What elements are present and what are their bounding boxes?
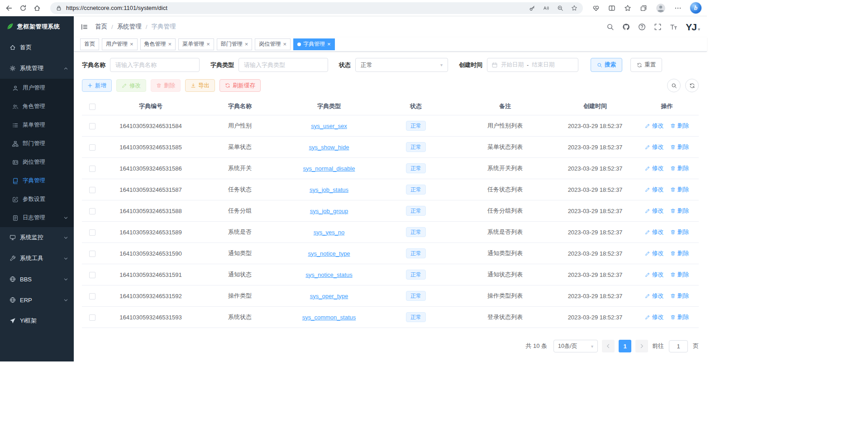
edit-button[interactable]: 修改 [116, 79, 146, 92]
sidebar-item-system[interactable]: 系统管理 [0, 58, 74, 79]
collections-icon[interactable] [640, 5, 647, 12]
refresh-cache-button[interactable]: 刷新缓存 [219, 79, 261, 92]
dict-type-input[interactable] [238, 58, 328, 72]
row-edit-button[interactable]: 修改 [645, 313, 664, 321]
user-logo[interactable]: YJ ▾ [686, 22, 700, 32]
page-number-button[interactable]: 1 [619, 340, 631, 352]
row-checkbox[interactable] [89, 293, 95, 299]
close-icon[interactable]: × [168, 41, 172, 47]
toggle-search-button[interactable] [667, 79, 681, 92]
copilot-icon[interactable]: b [690, 2, 701, 14]
tab-post[interactable]: 岗位管理× [255, 38, 291, 50]
address-bar[interactable]: https://ccnetcore.com:1101/system/dict [50, 2, 583, 14]
more-menu-icon[interactable] [674, 5, 682, 12]
sidebar-item-yiframe[interactable]: Yi框架 [0, 310, 74, 331]
row-edit-button[interactable]: 修改 [645, 185, 664, 194]
row-delete-button[interactable]: 删除 [670, 228, 689, 236]
profile-avatar[interactable] [656, 3, 666, 13]
close-icon[interactable]: × [283, 41, 286, 47]
select-all-checkbox[interactable] [89, 104, 95, 110]
reset-button[interactable]: 重置 [630, 58, 662, 72]
row-delete-button[interactable]: 删除 [670, 292, 689, 300]
favorites-bar-icon[interactable] [624, 5, 631, 12]
dict-type-link[interactable]: sys_user_sex [311, 123, 347, 129]
row-delete-button[interactable]: 删除 [670, 143, 689, 151]
next-page-button[interactable] [635, 340, 648, 352]
row-delete-button[interactable]: 删除 [670, 185, 689, 194]
row-checkbox[interactable] [89, 144, 95, 151]
tab-dict[interactable]: 字典管理× [293, 38, 335, 50]
tab-home[interactable]: 首页 [80, 38, 99, 50]
sidebar-item-dept[interactable]: 部门管理 [0, 134, 74, 153]
password-key-icon[interactable] [529, 5, 535, 11]
sidebar-item-role[interactable]: 角色管理 [0, 97, 74, 116]
read-aloud-icon[interactable] [543, 5, 549, 11]
dict-type-link[interactable]: sys_show_hide [309, 144, 349, 151]
close-icon[interactable]: × [206, 41, 210, 47]
browser-back-icon[interactable] [5, 5, 13, 12]
breadcrumb-home[interactable]: 首页 [95, 23, 107, 31]
row-delete-button[interactable]: 删除 [670, 207, 689, 215]
sidebar-item-post[interactable]: 岗位管理 [0, 153, 74, 171]
row-edit-button[interactable]: 修改 [645, 228, 664, 236]
refresh-table-button[interactable] [685, 79, 699, 92]
dict-type-link[interactable]: sys_yes_no [314, 229, 345, 236]
search-button[interactable]: 搜索 [591, 58, 622, 72]
tab-user[interactable]: 用户管理× [102, 38, 138, 50]
header-search-icon[interactable] [606, 23, 614, 31]
sidebar-item-menu[interactable]: 菜单管理 [0, 116, 74, 134]
row-delete-button[interactable]: 删除 [670, 249, 689, 257]
sidebar-item-tool[interactable]: 系统工具 [0, 248, 74, 269]
tab-role[interactable]: 角色管理× [140, 38, 176, 50]
add-button[interactable]: 新增 [82, 79, 112, 92]
sidebar-item-bbs[interactable]: BBS [0, 269, 74, 290]
sidebar-item-param[interactable]: 参数设置 [0, 190, 74, 209]
url-text[interactable]: https://ccnetcore.com:1101/system/dict [66, 5, 525, 11]
favorite-star-icon[interactable] [571, 5, 577, 11]
sidebar-item-monitor[interactable]: 系统监控 [0, 227, 74, 248]
font-size-icon[interactable] [670, 23, 677, 31]
row-edit-button[interactable]: 修改 [645, 271, 664, 279]
dict-type-link[interactable]: sys_job_status [310, 186, 348, 193]
row-edit-button[interactable]: 修改 [645, 143, 664, 151]
close-icon[interactable]: × [327, 41, 331, 47]
dict-type-link[interactable]: sys_common_status [302, 314, 356, 321]
row-checkbox[interactable] [89, 251, 95, 257]
export-button[interactable]: 导出 [185, 79, 215, 92]
row-delete-button[interactable]: 删除 [670, 313, 689, 321]
browser-essentials-icon[interactable] [592, 5, 600, 12]
date-range-picker[interactable]: 开始日期 - 结束日期 [487, 58, 578, 72]
split-screen-icon[interactable] [608, 5, 615, 12]
row-delete-button[interactable]: 删除 [670, 164, 689, 172]
close-icon[interactable]: × [245, 41, 248, 47]
prev-page-button[interactable] [602, 340, 615, 352]
dict-type-link[interactable]: sys_notice_status [305, 271, 352, 278]
help-icon[interactable] [638, 23, 646, 31]
row-delete-button[interactable]: 删除 [670, 122, 689, 130]
sidebar-item-erp[interactable]: ERP [0, 290, 74, 310]
dict-type-link[interactable]: sys_oper_type [310, 293, 348, 299]
browser-home-icon[interactable] [33, 5, 41, 12]
status-select[interactable]: 正常 ▾ [355, 58, 448, 72]
row-edit-button[interactable]: 修改 [645, 207, 664, 215]
dict-type-link[interactable]: sys_normal_disable [303, 165, 355, 172]
row-edit-button[interactable]: 修改 [645, 122, 664, 130]
close-icon[interactable]: × [130, 41, 134, 47]
browser-refresh-icon[interactable] [19, 5, 27, 12]
row-edit-button[interactable]: 修改 [645, 292, 664, 300]
row-checkbox[interactable] [89, 272, 95, 278]
row-edit-button[interactable]: 修改 [645, 249, 664, 257]
row-checkbox[interactable] [89, 314, 95, 321]
delete-button[interactable]: 删除 [151, 79, 181, 92]
github-icon[interactable] [622, 23, 630, 31]
fullscreen-icon[interactable] [654, 23, 662, 31]
dict-type-link[interactable]: sys_notice_type [308, 250, 350, 257]
dict-name-input[interactable] [110, 58, 200, 72]
row-checkbox[interactable] [89, 229, 95, 236]
row-checkbox[interactable] [89, 166, 95, 172]
sidebar-item-dict[interactable]: 字典管理 [0, 171, 74, 190]
row-checkbox[interactable] [89, 208, 95, 214]
sidebar-item-log[interactable]: 日志管理 [0, 209, 74, 227]
goto-page-input[interactable] [669, 340, 688, 352]
row-edit-button[interactable]: 修改 [645, 164, 664, 172]
